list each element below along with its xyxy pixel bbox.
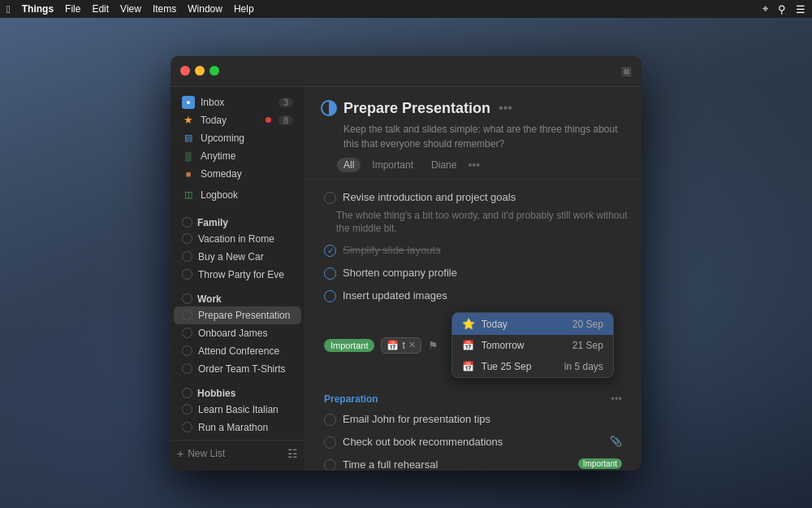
date-row: Important 📅 t ✕ ⚑ ⭐ Today 20 — [317, 307, 628, 383]
rehearsal-text: Time a full rehearsal — [343, 458, 567, 470]
sidebar-item-new-car[interactable]: Buy a New Car — [174, 248, 301, 266]
today-option-label: Today — [482, 319, 566, 330]
sidebar-item-inbox[interactable]: ● Inbox 3 — [174, 93, 301, 111]
logbook-label: Logbook — [201, 189, 293, 201]
tomorrow-option-label: Tomorrow — [482, 340, 566, 351]
sidebar-item-italian[interactable]: Learn Basic Italian — [174, 401, 301, 419]
family-group-label: Family — [197, 217, 228, 228]
menu-bar-left:  Things File Edit View Items Window Hel… — [6, 3, 254, 15]
prepare-label: Prepare Presentation — [198, 310, 293, 321]
app-name-menu[interactable]: Things — [22, 3, 54, 15]
sidebar-item-vacation[interactable]: Vacation in Rome — [174, 230, 301, 248]
today-count: 8 — [279, 115, 293, 125]
sidebar-item-today[interactable]: ★ Today 8 — [174, 111, 301, 129]
main-content: Prepare Presentation ••• Keep the talk a… — [304, 87, 641, 471]
logbook-icon: ◫ — [182, 189, 195, 202]
new-car-label: Buy a New Car — [198, 251, 293, 263]
today-option-value: 20 Sep — [572, 319, 603, 330]
sidebar: ● Inbox 3 ★ Today 8 ▤ Upcoming — [171, 87, 304, 471]
today-icon: ★ — [182, 114, 195, 127]
traffic-lights — [180, 66, 219, 76]
sidebar-section-work: Work Prepare Presentation Onboard James … — [171, 287, 304, 378]
anytime-label: Anytime — [201, 150, 293, 162]
simplify-text: Simplify slide layouts — [343, 244, 622, 256]
email-checkbox[interactable] — [324, 414, 336, 426]
sidebar-item-anytime[interactable]: ▒ Anytime — [174, 147, 301, 165]
task-item-insert[interactable]: Insert updated images — [317, 284, 628, 307]
sidebar-item-prepare[interactable]: Prepare Presentation — [174, 306, 301, 324]
title-bar: ▣ — [171, 56, 641, 87]
group-header-work: Work — [171, 287, 304, 306]
window-body: ● Inbox 3 ★ Today 8 ▤ Upcoming — [171, 87, 641, 471]
sidebar-item-upcoming[interactable]: ▤ Upcoming — [174, 129, 301, 147]
important-tag: Important — [324, 339, 374, 352]
new-list-button[interactable]: + New List — [177, 447, 225, 460]
sidebar-item-onboard[interactable]: Onboard James — [174, 324, 301, 342]
filter-more-button[interactable]: ••• — [468, 158, 480, 172]
shorten-checkbox[interactable] — [324, 267, 336, 280]
date-option-today[interactable]: ⭐ Today 20 Sep — [452, 313, 613, 335]
italian-circle-icon — [182, 404, 192, 415]
wifi-icon: ⌖ — [762, 2, 768, 15]
marathon-label: Run a Marathon — [198, 422, 293, 433]
sidebar-item-someday[interactable]: ■ Someday — [174, 165, 301, 183]
control-center-icon[interactable]: ☰ — [796, 3, 806, 15]
rehearsal-checkbox[interactable] — [324, 459, 336, 470]
task-item-revise[interactable]: Revise introduction and project goals — [317, 186, 628, 209]
date-input-wrapper[interactable]: 📅 t ✕ — [381, 337, 421, 354]
onboard-circle-icon — [182, 328, 192, 338]
book-checkbox[interactable] — [324, 436, 336, 449]
filter-tab-all[interactable]: All — [337, 158, 361, 172]
help-menu[interactable]: Help — [234, 3, 254, 15]
task-item-simplify[interactable]: ✓ Simplify slide layouts — [317, 239, 628, 262]
filter-icon[interactable]: ☷ — [287, 447, 298, 460]
maximize-button[interactable] — [209, 66, 219, 76]
inbox-label: Inbox — [201, 97, 273, 108]
task-item-book[interactable]: Check out book recommendations 📎 — [317, 431, 628, 454]
hobbies-group-label: Hobbies — [197, 388, 235, 399]
calendar-icon: 📅 — [387, 340, 399, 351]
tue-cal-icon: 📅 — [462, 361, 475, 372]
someday-icon: ■ — [182, 167, 195, 180]
sidebar-item-conference[interactable]: Attend Conference — [174, 342, 301, 360]
insert-checkbox[interactable] — [324, 290, 336, 302]
flag-icon[interactable]: ⚑ — [428, 339, 438, 352]
tomorrow-cal-icon: 📅 — [462, 340, 475, 351]
task-item-email[interactable]: Email John for presentation tips — [317, 408, 628, 431]
shorten-text: Shorten company profile — [343, 267, 622, 279]
revise-checkbox[interactable] — [324, 192, 336, 204]
minimize-button[interactable] — [195, 66, 205, 76]
date-option-tomorrow[interactable]: 📅 Tomorrow 21 Sep — [452, 335, 613, 356]
items-menu[interactable]: Items — [153, 3, 176, 15]
date-option-tue[interactable]: 📅 Tue 25 Sep in 5 days — [452, 356, 613, 377]
task-item-shorten[interactable]: Shorten company profile — [317, 262, 628, 284]
close-button[interactable] — [180, 66, 190, 76]
group-header-hobbies: Hobbies — [171, 381, 304, 401]
sidebar-item-party[interactable]: Throw Party for Eve — [174, 266, 301, 284]
preparation-title: Preparation — [324, 393, 378, 405]
sidebar-item-marathon[interactable]: Run a Marathon — [174, 419, 301, 436]
sidebar-item-order[interactable]: Order Team T-Shirts — [174, 360, 301, 378]
task-title: Prepare Presentation — [343, 100, 490, 117]
task-header: Prepare Presentation ••• Keep the talk a… — [304, 87, 641, 180]
sidebar-item-logbook[interactable]: ◫ Logbook — [174, 186, 301, 204]
upcoming-icon: ▤ — [182, 132, 195, 145]
filter-tab-diane[interactable]: Diane — [425, 158, 463, 172]
order-circle-icon — [182, 363, 192, 374]
conference-circle-icon — [182, 345, 192, 356]
task-item-rehearsal[interactable]: Time a full rehearsal Important — [317, 454, 628, 470]
edit-menu[interactable]: Edit — [92, 3, 109, 15]
preparation-more-button[interactable]: ••• — [611, 393, 622, 405]
simplify-checkbox[interactable]: ✓ — [324, 245, 336, 257]
filter-tab-important[interactable]: Important — [365, 158, 420, 172]
upcoming-label: Upcoming — [201, 132, 293, 144]
task-more-button[interactable]: ••• — [499, 101, 512, 115]
date-clear-button[interactable]: ✕ — [408, 340, 416, 350]
apple-logo-icon[interactable]:  — [6, 3, 11, 15]
view-menu[interactable]: View — [120, 3, 141, 15]
file-menu[interactable]: File — [65, 3, 80, 15]
italian-label: Learn Basic Italian — [198, 404, 293, 415]
window-menu[interactable]: Window — [188, 3, 222, 15]
window-expand-icon[interactable]: ▣ — [621, 64, 632, 77]
search-menubar-icon[interactable]: ⚲ — [778, 3, 786, 15]
